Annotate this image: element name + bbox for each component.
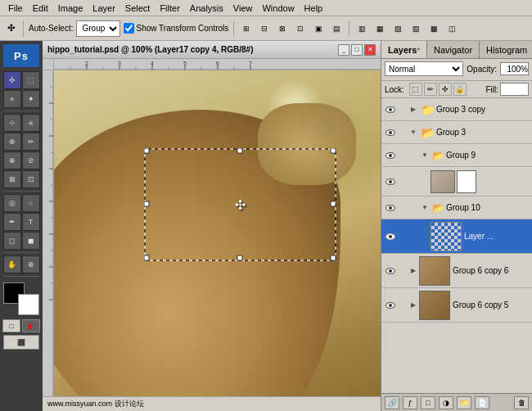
layer-mask-btn[interactable]: □ xyxy=(421,396,435,409)
layers-tab-asterisk: * xyxy=(417,46,420,54)
expand-group9[interactable]: ▼ xyxy=(419,150,431,161)
align-right-icon[interactable]: ⊠ xyxy=(275,21,290,36)
slice-tool[interactable]: ⚹ xyxy=(22,114,40,132)
visibility-toggle-group10[interactable] xyxy=(383,201,398,215)
align-left-icon[interactable]: ⊞ xyxy=(239,21,254,36)
svg-rect-37 xyxy=(237,148,242,153)
new-group-btn[interactable]: 📁 xyxy=(457,396,471,409)
distribute-center-icon[interactable]: ▦ xyxy=(372,21,387,36)
show-transform-checkbox[interactable] xyxy=(124,23,134,34)
dodge-tool[interactable]: ○ xyxy=(22,194,40,212)
shape-tool[interactable]: ◼ xyxy=(22,232,40,250)
layer-effects-btn[interactable]: ƒ xyxy=(403,396,417,409)
menu-edit[interactable]: Edit xyxy=(28,3,53,13)
layer-item-group3[interactable]: ▼ 📂 Group 3 xyxy=(381,121,532,144)
expand-group3[interactable]: ▼ xyxy=(408,127,419,138)
window-maximize[interactable]: □ xyxy=(351,44,363,56)
link-layers-btn[interactable]: 🔗 xyxy=(385,396,399,409)
menu-view[interactable]: View xyxy=(228,3,258,13)
delete-layer-btn[interactable]: 🗑 xyxy=(514,396,529,409)
align-center-icon[interactable]: ⊟ xyxy=(257,21,272,36)
layer-item-group6c6[interactable]: ▶ Group 6 copy 6 xyxy=(381,254,532,288)
layer-item-group6c5[interactable]: ▶ Group 6 copy 5 xyxy=(381,288,532,323)
lasso-tool[interactable]: ⌖ xyxy=(3,90,21,108)
tab-layers[interactable]: Layers * xyxy=(381,41,427,58)
distribute-top-icon[interactable]: ▨ xyxy=(408,21,423,36)
menu-window[interactable]: Window xyxy=(257,3,299,13)
type-tool[interactable]: T xyxy=(22,213,40,231)
distribute-left-icon[interactable]: ▥ xyxy=(354,21,369,36)
main-area: Ps ✣ ⬚ ⌖ ✦ ⊹ ⚹ ⊕ ✏ ⊗ ⊘ ⊠ ⊡ ◎ ○ xyxy=(0,41,532,411)
new-layer-btn[interactable]: 📄 xyxy=(475,396,489,409)
svg-text:4: 4 xyxy=(151,61,154,66)
history-brush[interactable]: ⊘ xyxy=(22,151,40,169)
expand-group6c6[interactable]: ▶ xyxy=(408,265,419,277)
visibility-toggle-group6c5[interactable] xyxy=(383,298,398,313)
layer-item-mask[interactable] xyxy=(381,167,532,196)
window-close[interactable]: ✕ xyxy=(364,44,376,56)
visibility-toggle-mask[interactable] xyxy=(383,174,398,189)
layer-item-group3copy[interactable]: ▶ 📁 Group 3 copy xyxy=(381,98,532,121)
quick-mask-mode[interactable]: ◧ xyxy=(22,319,40,332)
eraser-tool[interactable]: ⊠ xyxy=(3,170,21,188)
move-tool[interactable]: ✣ xyxy=(3,71,21,89)
menu-select[interactable]: Select xyxy=(120,3,156,13)
visibility-toggle-group3copy[interactable] xyxy=(383,102,398,117)
align-bottom-icon[interactable]: ▤ xyxy=(329,21,344,36)
blur-tool[interactable]: ◎ xyxy=(3,194,21,212)
adjustment-layer-btn[interactable]: ◑ xyxy=(439,396,453,409)
gradient-tool[interactable]: ⊡ xyxy=(22,170,40,188)
pen-tool[interactable]: ✒ xyxy=(3,213,21,231)
menu-file[interactable]: File xyxy=(3,3,28,13)
layer-item-group9[interactable]: ▼ 📂 Group 9 xyxy=(381,144,532,167)
distribute-bottom-icon[interactable]: ◫ xyxy=(444,21,459,36)
align-middle-icon[interactable]: ▣ xyxy=(311,21,326,36)
ruler-h-ticks: 2 3 4 5 6 7 xyxy=(54,59,381,70)
marquee-tool[interactable]: ⬚ xyxy=(22,71,40,89)
show-transform-label[interactable]: Show Transform Controls xyxy=(124,23,228,34)
visibility-toggle-group6c6[interactable] xyxy=(383,264,398,278)
distribute-right-icon[interactable]: ▧ xyxy=(390,21,405,36)
hand-tool[interactable]: ✋ xyxy=(3,255,21,273)
standard-mode[interactable]: □ xyxy=(2,319,20,332)
align-top-icon[interactable]: ⊡ xyxy=(293,21,308,36)
expand-group10[interactable]: ▼ xyxy=(419,202,431,214)
zoom-tool[interactable]: ⊕ xyxy=(22,255,40,273)
autoselect-dropdown[interactable]: Group xyxy=(76,20,120,37)
path-tool[interactable]: ◻ xyxy=(3,232,21,250)
expand-group3copy[interactable]: ▶ xyxy=(408,104,419,115)
blend-mode-dropdown[interactable]: Normal xyxy=(385,61,463,76)
window-minimize[interactable]: _ xyxy=(338,44,349,56)
clone-tool[interactable]: ⊗ xyxy=(3,151,21,169)
magic-wand-tool[interactable]: ✦ xyxy=(22,90,40,108)
lock-transparency-btn[interactable]: ⬚ xyxy=(409,83,422,96)
tab-navigator[interactable]: Navigator xyxy=(427,41,480,58)
color-swatches xyxy=(3,282,39,315)
brush-tool[interactable]: ✏ xyxy=(22,133,40,151)
opacity-input[interactable]: 100% xyxy=(500,62,529,75)
screen-mode[interactable]: ⬛ xyxy=(3,335,39,350)
healing-tool[interactable]: ⊕ xyxy=(3,133,21,151)
background-color[interactable] xyxy=(18,294,39,315)
visibility-toggle-group9[interactable] xyxy=(383,148,398,163)
canvas-content[interactable]: ✣ xyxy=(54,70,381,396)
menu-image[interactable]: Image xyxy=(53,3,88,13)
menu-analysis[interactable]: Analysis xyxy=(185,3,228,13)
fill-input[interactable]: 100% xyxy=(500,83,529,96)
lock-pixels-btn[interactable]: ✏ xyxy=(424,83,437,96)
move-tool-btn[interactable]: ✣ xyxy=(3,21,18,36)
menu-layer[interactable]: Layer xyxy=(88,3,120,13)
tab-histogram[interactable]: Histogram xyxy=(480,41,532,58)
menu-help[interactable]: Help xyxy=(300,3,328,13)
layer-item-selected[interactable]: Layer ... xyxy=(381,219,532,254)
visibility-toggle-selected[interactable] xyxy=(383,229,398,244)
expand-group6c5[interactable]: ▶ xyxy=(408,300,419,311)
lock-all-btn[interactable]: 🔒 xyxy=(453,83,467,96)
layer-item-group10[interactable]: ▼ 📂 Group 10 xyxy=(381,196,532,219)
visibility-toggle-group3[interactable] xyxy=(383,125,398,140)
distribute-middle-icon[interactable]: ▩ xyxy=(426,21,441,36)
document-titlebar: hippo_tutorial.psd @ 100% (Layer17 copy … xyxy=(43,41,381,59)
menu-filter[interactable]: Filter xyxy=(155,3,184,13)
crop-tool[interactable]: ⊹ xyxy=(3,114,21,132)
lock-position-btn[interactable]: ✣ xyxy=(439,83,452,96)
